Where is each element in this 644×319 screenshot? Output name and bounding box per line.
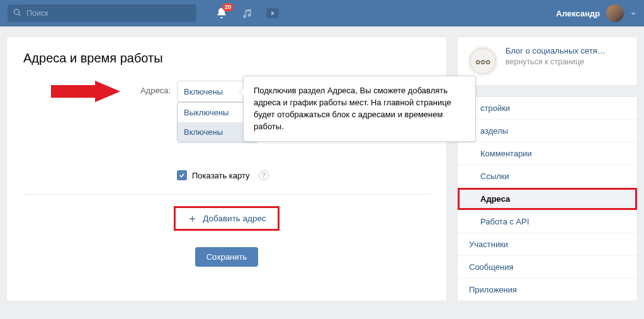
svg-point-0: [14, 9, 19, 14]
menu-members[interactable]: Участники: [458, 233, 637, 255]
community-avatar: ✿✿✿: [468, 46, 498, 76]
video-icon[interactable]: [266, 8, 280, 19]
user-menu[interactable]: Александр: [556, 4, 636, 22]
menu-sections[interactable]: азделы: [458, 119, 637, 142]
svg-text:✿✿✿: ✿✿✿: [475, 59, 490, 66]
settings-menu: стройки азделы Комментарии Ссылки Адреса…: [457, 96, 638, 301]
menu-links[interactable]: Ссылки: [458, 165, 637, 187]
menu-api[interactable]: Работа с API: [458, 210, 637, 233]
add-address-button[interactable]: ＋ Добавить адрес: [174, 206, 280, 231]
menu-addresses[interactable]: Адреса: [458, 187, 637, 210]
notifications-icon[interactable]: 20: [215, 7, 228, 20]
menu-messages[interactable]: Сообщения: [458, 255, 637, 278]
show-map-label: Показать карту: [192, 171, 250, 180]
community-title[interactable]: Блог о социальных сетя…: [506, 46, 606, 55]
search-icon: [13, 8, 21, 19]
menu-comments[interactable]: Комментарии: [458, 142, 637, 165]
show-map-checkbox[interactable]: [177, 170, 187, 180]
chevron-down-icon: [630, 9, 636, 18]
avatar: [606, 4, 624, 22]
plus-icon: ＋: [187, 213, 198, 224]
addresses-settings-card: Адреса и время работы Адреса: Включены В…: [6, 37, 447, 301]
menu-apps[interactable]: Приложения: [458, 278, 637, 301]
save-button[interactable]: Сохранить: [195, 247, 259, 267]
tooltip: Подключив раздел Адреса, Вы сможете доба…: [243, 76, 476, 142]
notification-badge: 20: [222, 3, 234, 11]
community-card: ✿✿✿ Блог о социальных сетя… вернуться к …: [457, 37, 638, 86]
svg-marker-4: [51, 81, 120, 102]
music-icon[interactable]: [240, 7, 253, 20]
topbar: 20 Александр: [0, 0, 644, 26]
svg-line-1: [19, 14, 21, 16]
community-back-link[interactable]: вернуться к странице: [506, 57, 606, 66]
addresses-label: Адреса:: [130, 81, 171, 95]
menu-settings[interactable]: стройки: [458, 96, 637, 119]
red-arrow-annotation: [51, 81, 120, 104]
username: Александр: [556, 9, 600, 18]
help-icon[interactable]: ?: [259, 170, 269, 180]
search-input[interactable]: [8, 4, 196, 22]
page-title: Адреса и время работы: [7, 37, 446, 77]
